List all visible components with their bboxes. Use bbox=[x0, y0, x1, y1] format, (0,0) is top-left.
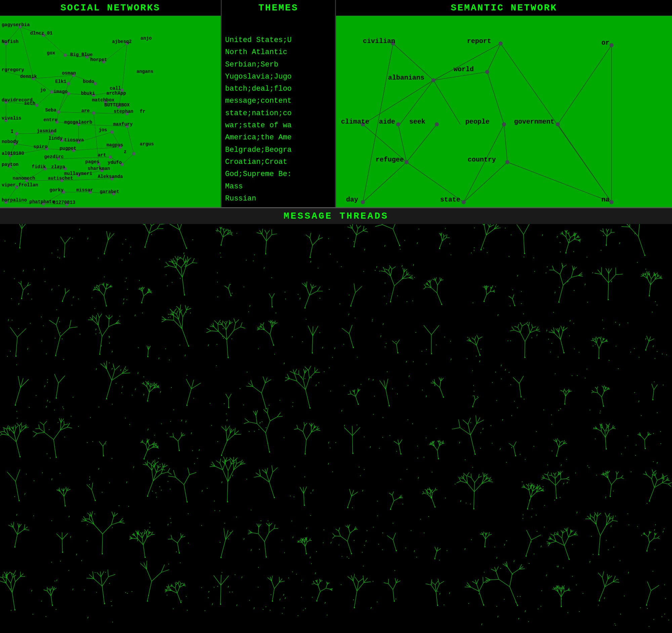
svg-text:osman: osman bbox=[62, 71, 76, 76]
svg-text:ydufo: ydufo bbox=[108, 160, 122, 165]
svg-text:anjo: anjo bbox=[140, 35, 151, 41]
social-networks-title: SOCIAL NETWORKS bbox=[0, 0, 221, 16]
svg-text:pages: pages bbox=[85, 159, 99, 164]
svg-point-72 bbox=[67, 82, 70, 85]
message-threads-section: MESSAGE THREADS bbox=[0, 208, 672, 633]
svg-point-212 bbox=[502, 122, 506, 126]
svg-text:jo: jo bbox=[40, 87, 46, 93]
semantic-network-panel: SEMANTIC NETWORK bbox=[336, 0, 672, 207]
svg-text:payton: payton bbox=[2, 162, 19, 167]
svg-text:gorky: gorky bbox=[49, 187, 64, 193]
svg-text:or: or bbox=[601, 39, 609, 47]
svg-text:tiosava: tiosava bbox=[64, 137, 84, 143]
svg-text:jos: jos bbox=[99, 127, 107, 133]
theme-item-11[interactable]: Croatian;Croat bbox=[225, 156, 332, 168]
svg-point-211 bbox=[435, 122, 439, 126]
svg-text:art: art bbox=[98, 152, 106, 158]
svg-text:gox: gox bbox=[47, 50, 55, 56]
themes-panel: THEMES United States;U North Atlantic Se… bbox=[222, 0, 336, 207]
svg-text:mgogalaorb: mgogalaorb bbox=[64, 120, 92, 125]
svg-text:garabet: garabet bbox=[100, 189, 120, 195]
semantic-network-graph[interactable]: civilian report or world albanians clima… bbox=[336, 17, 672, 207]
svg-text:pugpet: pugpet bbox=[59, 146, 76, 151]
svg-point-82 bbox=[57, 110, 60, 114]
theme-item-5[interactable]: batch;deal;floo bbox=[225, 83, 332, 95]
svg-text:mullaymeri: mullaymeri bbox=[64, 171, 92, 176]
svg-text:autischet: autischet bbox=[48, 176, 73, 181]
svg-text:dlncz_01: dlncz_01 bbox=[30, 30, 53, 36]
svg-text:sharkman: sharkman bbox=[88, 166, 110, 171]
svg-text:viper.frollan: viper.frollan bbox=[2, 182, 38, 188]
themes-list: United States;U North Atlantic Serbian;S… bbox=[222, 32, 335, 206]
svg-text:al010180: al010180 bbox=[2, 151, 24, 156]
theme-item-2[interactable]: North Atlantic bbox=[225, 46, 332, 58]
svg-point-213 bbox=[556, 122, 560, 126]
svg-text:vivalis: vivalis bbox=[2, 116, 22, 121]
theme-item-8[interactable]: war;state of wa bbox=[225, 120, 332, 132]
svg-text:world: world bbox=[454, 66, 474, 73]
svg-text:angans: angans bbox=[137, 69, 153, 74]
svg-point-91 bbox=[111, 130, 114, 134]
svg-text:imago: imago bbox=[53, 89, 68, 94]
svg-text:BUTTERBOX: BUTTERBOX bbox=[104, 102, 130, 108]
svg-text:seth: seth bbox=[24, 101, 35, 106]
svg-text:seek: seek bbox=[409, 118, 425, 126]
svg-text:report: report bbox=[467, 37, 491, 45]
social-networks-panel: SOCIAL NETWORKS bbox=[0, 0, 222, 207]
svg-text:z: z bbox=[124, 149, 126, 154]
svg-rect-181 bbox=[336, 17, 672, 207]
svg-text:civilian: civilian bbox=[363, 37, 395, 45]
svg-text:01270813: 01270813 bbox=[53, 200, 75, 205]
svg-text:country: country bbox=[468, 156, 496, 163]
theme-item-4[interactable]: Yugoslavia;Jugo bbox=[225, 71, 332, 83]
svg-text:I: I bbox=[11, 129, 14, 134]
svg-text:call: call bbox=[110, 86, 121, 91]
svg-text:stephan: stephan bbox=[114, 109, 134, 114]
svg-point-217 bbox=[462, 200, 466, 204]
svg-text:entre: entre bbox=[43, 117, 57, 123]
svg-text:spiro: spiro bbox=[33, 144, 48, 149]
svg-point-206 bbox=[609, 43, 614, 47]
semantic-network-title: SEMANTIC NETWORK bbox=[336, 0, 672, 16]
svg-text:aide: aide bbox=[379, 118, 395, 126]
svg-text:state: state bbox=[440, 196, 460, 203]
theme-item-7[interactable]: state;nation;co bbox=[225, 107, 332, 120]
theme-item-10[interactable]: Belgrade;Beogra bbox=[225, 144, 332, 156]
svg-point-214 bbox=[405, 160, 409, 164]
svg-text:ajbesq2: ajbesq2 bbox=[112, 39, 132, 44]
svg-text:nobody: nobody bbox=[2, 139, 19, 144]
svg-text:zlaya: zlaya bbox=[51, 164, 65, 170]
svg-text:dennik: dennik bbox=[20, 74, 37, 79]
theme-item-1[interactable]: United States;U bbox=[225, 34, 332, 46]
svg-text:Elk1: Elk1 bbox=[55, 79, 66, 84]
theme-item-13[interactable]: Mass bbox=[225, 181, 332, 193]
svg-text:government: government bbox=[514, 118, 554, 126]
theme-item-12[interactable]: God;Supreme Be: bbox=[225, 168, 332, 180]
social-network-graph[interactable]: gagyserbia dlncz_01 Nofish gox Big_Blue … bbox=[0, 17, 221, 207]
svg-point-89 bbox=[15, 132, 19, 135]
theme-item-6[interactable]: message;content bbox=[225, 95, 332, 107]
theme-item-14[interactable]: Russian bbox=[225, 193, 332, 205]
svg-text:Aleksanda: Aleksanda bbox=[98, 174, 123, 179]
svg-text:lindy: lindy bbox=[48, 136, 63, 141]
svg-text:nanomech: nanomech bbox=[13, 176, 35, 181]
theme-item-3[interactable]: Serbian;Serb bbox=[225, 59, 332, 71]
svg-point-218 bbox=[609, 200, 614, 204]
svg-text:albanians: albanians bbox=[388, 74, 424, 82]
svg-point-208 bbox=[431, 78, 435, 82]
message-threads-canvas[interactable] bbox=[0, 224, 672, 632]
theme-item-9[interactable]: America;the Ame bbox=[225, 132, 332, 144]
top-section: SOCIAL NETWORKS bbox=[0, 0, 672, 208]
svg-text:day: day bbox=[346, 196, 358, 203]
svg-text:missar: missar bbox=[76, 187, 93, 193]
svg-point-215 bbox=[505, 160, 509, 164]
svg-text:people: people bbox=[465, 118, 489, 126]
svg-text:refugee: refugee bbox=[376, 156, 404, 163]
svg-point-205 bbox=[499, 42, 503, 46]
svg-text:gagyserbia: gagyserbia bbox=[2, 22, 30, 28]
svg-text:Nofish: Nofish bbox=[2, 39, 19, 44]
svg-text:horpalino: horpalino bbox=[2, 198, 27, 203]
svg-text:argus: argus bbox=[140, 142, 154, 147]
message-threads-title: MESSAGE THREADS bbox=[0, 208, 672, 224]
svg-point-66 bbox=[64, 53, 67, 57]
